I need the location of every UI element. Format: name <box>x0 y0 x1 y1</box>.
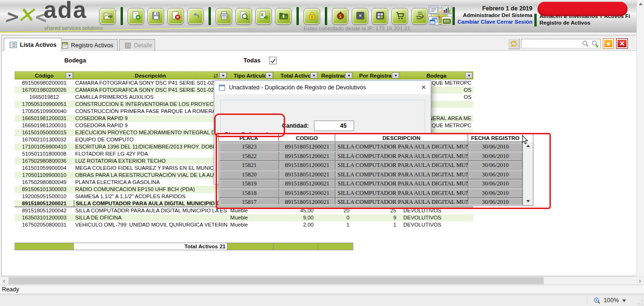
filter-dropdown-icon[interactable] <box>465 72 472 79</box>
cell-codigo: 891518051200021 <box>15 200 74 207</box>
bodega-label: Bodega <box>64 57 86 64</box>
close-panel-button[interactable]: ✕ <box>616 38 628 49</box>
grid-row[interactable]: 15823891518051200021SILLA COMPUTADOR PAR… <box>219 142 522 151</box>
money-bag-button[interactable]: $ <box>332 8 348 25</box>
cell-codigo: 167502980800036 <box>15 157 74 165</box>
tab-lista-activos[interactable]: Lista Activos <box>4 38 62 51</box>
import-folder-button[interactable] <box>275 8 292 25</box>
cell-descripcion: RADIO COMUNICACION EP150 UHF BCH (PDA) <box>74 186 227 193</box>
scrollbar-thumb[interactable] <box>9 277 544 284</box>
dialog-titlebar[interactable]: Unactivated - Duplicación de Registro de… <box>214 81 431 94</box>
modules-grid-button[interactable] <box>372 8 388 25</box>
grid-column-codigo[interactable]: CODIGO <box>279 134 335 142</box>
export-excel-button[interactable] <box>255 8 272 25</box>
search-input[interactable] <box>522 40 578 48</box>
cell-registrado: 20 <box>318 207 353 214</box>
filter-dropdown-icon[interactable] <box>219 72 226 79</box>
filter-dropdown-icon[interactable] <box>392 72 399 79</box>
table-row[interactable]: 891518051200042SILLA COMPUTADOR PARA AUL… <box>15 207 473 214</box>
grid-vertical-scrollbar[interactable] <box>522 142 533 205</box>
grid-row[interactable]: 15817891518051200021SILLA COMPUTADOR PAR… <box>219 198 522 205</box>
column-header-descripci-n[interactable]: Descripción <box>74 71 227 79</box>
hand-payment-button[interactable] <box>411 8 428 25</box>
grid-cell-placa: 15823 <box>219 142 279 151</box>
dialog-title: Unactivated - Duplicación de Registro de… <box>229 84 366 91</box>
column-header-registrado[interactable]: Registrado <box>318 71 353 79</box>
resize-grip[interactable] <box>638 300 643 305</box>
dialog-close-icon[interactable]: × <box>413 81 426 94</box>
logout-link[interactable]: Cerrar Sesión <box>497 19 532 25</box>
column-header-tipo-art-culo[interactable]: Tipo Artículo <box>227 71 274 79</box>
vault-button[interactable] <box>352 8 368 25</box>
cascade-windows-icon[interactable] <box>428 17 439 25</box>
search-next-icon[interactable] <box>592 40 599 49</box>
tab-registro-activos[interactable]: Registro Activos <box>56 39 118 51</box>
change-password-link[interactable]: Cambiar Clave <box>457 19 495 25</box>
cell-bodega: DEVOLUTIVOS <box>400 207 473 214</box>
column-header-por-registrar[interactable]: Por Registrar <box>353 71 400 79</box>
new-record-button[interactable] <box>128 8 144 25</box>
grid-scroll-down-icon[interactable] <box>523 197 533 205</box>
favorites-button[interactable]: ★ <box>603 38 614 49</box>
search-icon[interactable] <box>582 40 589 49</box>
open-folder-button[interactable] <box>99 8 116 25</box>
grid-row[interactable]: 15821891518051200021SILLA COMPUTADOR PAR… <box>219 161 522 170</box>
grid-scroll-up-icon[interactable] <box>523 142 533 150</box>
grid-column-fecha-registro[interactable]: FECHA REGISTRO <box>468 134 523 142</box>
ada-logo-text: ada <box>44 0 87 24</box>
column-header-c-digo[interactable]: Código <box>15 71 74 79</box>
filter-dropdown-icon[interactable] <box>66 72 73 79</box>
undo-button[interactable] <box>187 8 204 25</box>
app-vertical-scrollbar[interactable] <box>636 0 644 276</box>
shopping-cart-button[interactable] <box>392 8 408 25</box>
scroll-left-icon[interactable]: ‹ <box>0 277 8 285</box>
delete-record-icon <box>171 10 181 22</box>
zoom-caret-icon[interactable] <box>622 299 626 304</box>
cell-descripcion: CONSTRUCCIÓN PRIMERA FASE PARQUE LA ROME… <box>74 108 227 115</box>
cell-codigo: 891506980200001 <box>15 79 74 87</box>
ada-logo-icon: >✕< <box>4 3 46 29</box>
filter-dropdown-icon[interactable] <box>310 72 317 79</box>
todas-checkbox[interactable] <box>269 57 277 64</box>
chart-colors-icon[interactable] <box>442 6 452 14</box>
cell-descripcion: SILLA COMPUTADOR PARA AULA DIGITAL MUNIC… <box>74 207 227 214</box>
horizontal-scrollbar[interactable]: ‹ › <box>0 276 644 284</box>
toolbar-separator <box>121 7 123 25</box>
scroll-right-icon[interactable]: › <box>636 277 644 285</box>
cell-descripcion: PLANTA ELECTRICA A GASOLINA <box>74 179 227 186</box>
table-row[interactable]: 167502050800031VEHICULO OML-799: UNIDAD … <box>15 221 473 228</box>
refresh-button[interactable] <box>508 38 520 49</box>
cantidad-input[interactable] <box>314 121 354 131</box>
lock-button[interactable] <box>304 8 320 25</box>
grid-cell-fecha: 30/06/2010 <box>468 161 522 170</box>
keyboard-icon[interactable] <box>442 17 452 25</box>
table-row[interactable]: 163503101200003SILLA DE OFICINAMueble9,0… <box>15 214 473 221</box>
column-header-total-activo[interactable]: Total Activo <box>274 71 318 79</box>
scroll-up-icon[interactable] <box>637 0 644 8</box>
print-button[interactable] <box>216 8 232 25</box>
grid-column-placa[interactable]: PLACA <box>219 134 279 142</box>
tab-detalle[interactable]: Detalle <box>119 39 155 51</box>
preview-search-button[interactable] <box>235 8 252 25</box>
grid-row[interactable]: 15818891518051200021SILLA COMPUTADOR PAR… <box>219 189 522 198</box>
grid-column-descripcion[interactable]: DESCRIPCION <box>335 134 468 142</box>
grid-cell-codigo: 891518051200021 <box>279 152 335 161</box>
hand-payment-icon <box>415 10 425 22</box>
grid-cell-placa: 15822 <box>219 152 279 161</box>
report-icon[interactable] <box>428 6 439 14</box>
cell-codigo: 170505109900040 <box>15 108 74 115</box>
filter-dropdown-icon[interactable] <box>266 72 273 79</box>
grid-row[interactable]: 15822891518051200021SILLA COMPUTADOR PAR… <box>219 152 522 161</box>
grid-cell-fecha: 30/06/2010 <box>468 152 522 161</box>
save-button[interactable] <box>148 8 164 25</box>
grid-row[interactable]: 15820891518051200021SILLA COMPUTADOR PAR… <box>219 170 522 179</box>
grid-cell-codigo: 891518051200021 <box>279 142 335 151</box>
grid-row[interactable]: 15819891518051200021SILLA COMPUTADOR PAR… <box>219 179 522 188</box>
filter-dropdown-icon[interactable] <box>345 72 352 79</box>
placa-grid-header: PLACACODIGODESCRIPCIONFECHA REGISTRO <box>219 134 533 142</box>
cell-tipo: Mueble <box>227 214 274 221</box>
refresh-icon <box>510 40 518 48</box>
cell-codigo: 891518051200042 <box>15 207 74 214</box>
delete-record-button[interactable] <box>167 8 184 25</box>
column-header-bodega[interactable]: Bodega <box>400 71 473 79</box>
